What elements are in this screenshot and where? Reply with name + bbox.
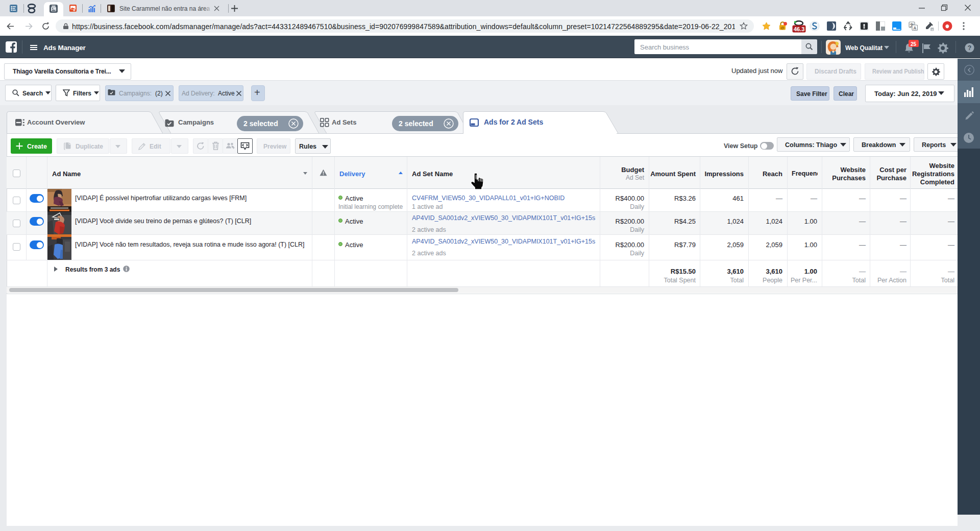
svg-text:?: ?: [968, 44, 971, 52]
svg-text:Ads for 2 Ad Sets: Ads for 2 Ad Sets: [484, 118, 543, 126]
svg-text:Account Overview: Account Overview: [27, 118, 85, 126]
svg-text:@: @: [780, 26, 784, 30]
svg-text:Ad Sets: Ad Sets: [332, 118, 356, 126]
svg-text:2 selected: 2 selected: [399, 119, 433, 128]
svg-text:2 selected: 2 selected: [243, 119, 278, 128]
svg-text:Campaigns: Campaigns: [178, 118, 214, 126]
svg-text:46.3: 46.3: [794, 26, 804, 32]
